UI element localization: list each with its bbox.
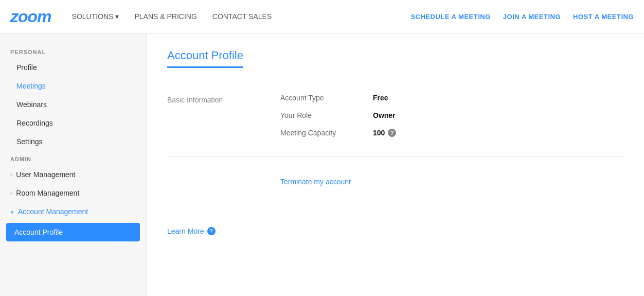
info-icon[interactable]: ?: [388, 129, 396, 137]
sidebar-item-account-management[interactable]: ∨ Account Management: [0, 202, 146, 221]
field-name-your-role: Your Role: [280, 111, 352, 119]
sidebar-item-webinars[interactable]: Webinars: [0, 95, 146, 114]
nav-left: SOLUTIONS ▾ PLANS & PRICING CONTACT SALE…: [72, 12, 411, 21]
field-value-meeting-capacity: 100 ?: [373, 129, 396, 137]
nav-schedule-meeting[interactable]: SCHEDULE A MEETING: [410, 13, 490, 21]
learn-more-section: Learn More ?: [167, 227, 623, 235]
sidebar-item-recordings[interactable]: Recordings: [0, 114, 146, 132]
field-name-meeting-capacity: Meeting Capacity: [280, 129, 352, 137]
nav-plans-pricing[interactable]: PLANS & PRICING: [134, 12, 196, 21]
page-title: Account Profile: [167, 49, 243, 68]
sidebar-item-user-management[interactable]: › User Management: [0, 165, 146, 184]
terminate-link-container: Terminate my account: [167, 167, 623, 186]
field-your-role: Your Role Owner: [280, 111, 623, 119]
chevron-down-icon: ∨: [10, 209, 14, 215]
basic-info-section: Basic Information Account Type Free Your…: [167, 83, 623, 157]
field-name-account-type: Account Type: [280, 94, 352, 102]
sidebar-item-settings[interactable]: Settings: [0, 132, 146, 151]
section-label-basic-info: Basic Information: [167, 94, 249, 146]
section-fields: Account Type Free Your Role Owner Meetin…: [280, 94, 623, 146]
field-account-type: Account Type Free: [280, 94, 623, 102]
sidebar-item-meetings[interactable]: Meetings: [0, 77, 146, 95]
nav-contact-sales[interactable]: CONTACT SALES: [212, 12, 272, 21]
nav-host-meeting[interactable]: HOST A MEETING: [573, 13, 634, 21]
chevron-right-icon: ›: [10, 190, 12, 196]
sidebar-item-room-management[interactable]: › Room Management: [0, 184, 146, 202]
question-icon[interactable]: ?: [207, 227, 216, 235]
sidebar-item-profile[interactable]: Profile: [0, 58, 146, 77]
field-meeting-capacity: Meeting Capacity 100 ?: [280, 129, 623, 137]
main-content: Account Profile Basic Information Accoun…: [147, 33, 644, 296]
main-layout: PERSONAL Profile Meetings Webinars Recor…: [0, 33, 644, 296]
nav-right: SCHEDULE A MEETING JOIN A MEETING HOST A…: [410, 13, 634, 21]
field-value-your-role: Owner: [373, 111, 396, 119]
sidebar: PERSONAL Profile Meetings Webinars Recor…: [0, 33, 147, 296]
field-value-account-type: Free: [373, 94, 388, 102]
header: zoom SOLUTIONS ▾ PLANS & PRICING CONTACT…: [0, 0, 644, 33]
terminate-account-link[interactable]: Terminate my account: [280, 178, 351, 186]
admin-section-label: ADMIN: [0, 151, 146, 165]
personal-section-label: PERSONAL: [0, 44, 146, 58]
nav-solutions[interactable]: SOLUTIONS ▾: [72, 12, 119, 21]
learn-more-link[interactable]: Learn More: [167, 227, 204, 235]
sidebar-item-account-profile[interactable]: Account Profile: [6, 223, 140, 241]
zoom-logo[interactable]: zoom: [10, 7, 51, 26]
chevron-down-icon: ▾: [115, 12, 119, 21]
nav-join-meeting[interactable]: JOIN A MEETING: [503, 13, 561, 21]
chevron-right-icon: ›: [10, 172, 12, 178]
